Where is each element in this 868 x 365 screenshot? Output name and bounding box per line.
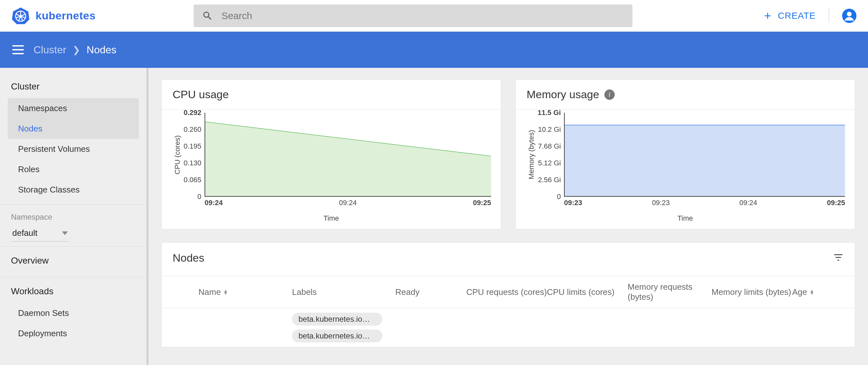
cpu-y-label: CPU (cores) <box>171 113 184 197</box>
search-box[interactable] <box>194 4 632 27</box>
user-icon <box>842 9 857 23</box>
svg-point-11 <box>847 11 852 17</box>
search-input[interactable] <box>221 10 624 22</box>
sidebar-group-workloads: Workloads <box>0 282 147 303</box>
memory-y-ticks: 11.5 Gi10.2 Gi7.68 Gi5.12 Gi2.56 Gi0 <box>537 113 564 197</box>
label-chip[interactable]: beta.kubernetes.io… <box>292 313 382 326</box>
namespace-select[interactable]: default <box>11 225 69 242</box>
sidebar-item-nodes[interactable]: Nodes <box>8 118 139 139</box>
cpu-usage-card: CPU usage CPU (cores) 0.2920.2600.1950.1… <box>161 80 501 229</box>
chevron-right-icon: ❯ <box>72 45 80 55</box>
sidebar-item-persistent-volumes[interactable]: Persistent Volumes <box>0 139 147 159</box>
memory-chart: Memory (bytes) 11.5 Gi10.2 Gi7.68 Gi5.12… <box>525 113 845 223</box>
col-cpu-limits[interactable]: CPU limits (cores) <box>547 287 628 297</box>
sidebar-group-cluster: Cluster <box>0 77 147 98</box>
sort-icon: ▲▼ <box>223 289 228 294</box>
sidebar-item-storage-classes[interactable]: Storage Classes <box>0 179 147 200</box>
cpu-x-ticks: 09:2409:2409:25 <box>205 197 491 207</box>
breadcrumb-current: Nodes <box>87 44 117 56</box>
col-name[interactable]: Name▲▼ <box>198 287 292 297</box>
nodes-table-title: Nodes <box>173 252 204 264</box>
logo-text: kubernetes <box>35 9 95 22</box>
user-avatar[interactable] <box>842 9 857 23</box>
memory-plot <box>565 113 845 196</box>
top-header: kubernetes CREATE <box>0 0 868 32</box>
nodes-table-header: Name▲▼ Labels Ready CPU requests (cores)… <box>162 276 855 308</box>
plus-icon <box>763 11 773 21</box>
svg-point-9 <box>20 15 22 17</box>
logo[interactable]: kubernetes <box>11 7 95 25</box>
main-content: CPU usage CPU (cores) 0.2920.2600.1950.1… <box>149 68 868 365</box>
sort-icon: ▲▼ <box>810 289 814 294</box>
memory-usage-card: Memory usage i Memory (bytes) 11.5 Gi10.… <box>515 80 855 229</box>
kubernetes-icon <box>11 7 30 25</box>
cpu-x-label: Time <box>171 214 491 223</box>
breadcrumb-bar: Cluster ❯ Nodes <box>0 32 868 68</box>
col-ready[interactable]: Ready <box>395 287 466 297</box>
sidebar-item-daemon-sets[interactable]: Daemon Sets <box>0 303 147 323</box>
sidebar-group-overview[interactable]: Overview <box>0 251 147 272</box>
namespace-label: Namespace <box>0 209 147 223</box>
memory-y-label: Memory (bytes) <box>525 113 537 197</box>
cpu-y-ticks: 0.2920.2600.1950.1300.0650 <box>184 113 205 197</box>
breadcrumb-parent[interactable]: Cluster <box>34 44 66 56</box>
info-icon[interactable]: i <box>604 89 615 100</box>
cpu-plot <box>205 113 491 196</box>
divider <box>829 9 829 23</box>
filter-icon[interactable] <box>833 252 844 264</box>
memory-card-title: Memory usage <box>527 88 599 101</box>
chevron-down-icon <box>62 230 68 236</box>
search-icon <box>202 10 213 21</box>
sidebar-item-namespaces[interactable]: Namespaces <box>8 98 139 118</box>
namespace-value: default <box>12 228 37 238</box>
sidebar-item-deployments[interactable]: Deployments <box>0 323 147 344</box>
col-age[interactable]: Age▲▼ <box>792 287 831 297</box>
nodes-table-card: Nodes Name▲▼ Labels Ready CPU requests (… <box>161 242 855 347</box>
sidebar-item-roles[interactable]: Roles <box>0 159 147 179</box>
hamburger-menu-icon[interactable] <box>11 43 25 56</box>
memory-x-label: Time <box>525 214 845 223</box>
col-memory-limits[interactable]: Memory limits (bytes) <box>712 287 792 297</box>
table-row[interactable]: beta.kubernetes.io…beta.kubernetes.io… <box>162 308 855 347</box>
cpu-card-title: CPU usage <box>173 88 229 101</box>
sidebar: Cluster Namespaces Nodes Persistent Volu… <box>0 68 149 365</box>
col-memory-requests[interactable]: Memory requests (bytes) <box>628 282 712 302</box>
memory-x-ticks: 09:2309:2309:2409:25 <box>564 197 845 207</box>
label-chip[interactable]: beta.kubernetes.io… <box>292 330 382 342</box>
col-cpu-requests[interactable]: CPU requests (cores) <box>466 287 547 297</box>
create-label: CREATE <box>778 11 816 21</box>
col-labels[interactable]: Labels <box>292 287 395 297</box>
labels-cell: beta.kubernetes.io…beta.kubernetes.io… <box>292 313 395 342</box>
create-button[interactable]: CREATE <box>763 11 816 21</box>
breadcrumb: Cluster ❯ Nodes <box>34 44 117 56</box>
cpu-chart: CPU (cores) 0.2920.2600.1950.1300.0650 0… <box>171 113 491 223</box>
